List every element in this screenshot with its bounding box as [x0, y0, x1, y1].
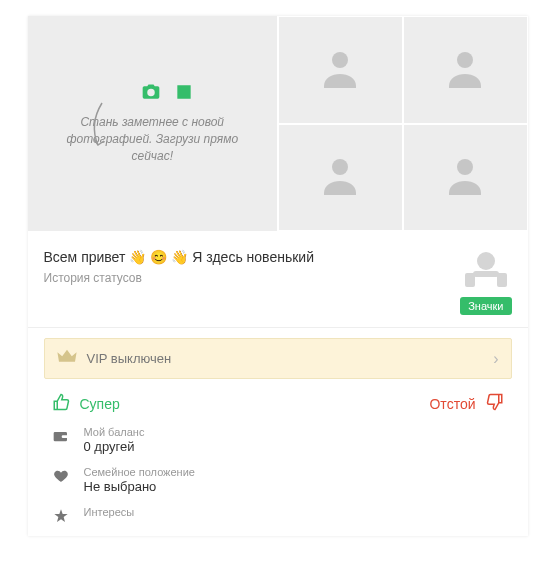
- wallet-icon: [52, 426, 70, 444]
- badge-figure-icon: [463, 249, 509, 295]
- balance-row[interactable]: Мой баланс 0 другей: [28, 420, 528, 460]
- crown-icon: [57, 349, 77, 368]
- person-icon: [441, 151, 489, 203]
- status-section: Всем привет 👋 😊 👋 Я здесь новенький Исто…: [28, 231, 528, 328]
- wave-emoji: 👋: [171, 249, 188, 265]
- arrow-decorative: [88, 101, 112, 155]
- person-icon: [316, 44, 364, 96]
- interests-row[interactable]: Интересы: [28, 500, 528, 530]
- svg-point-2: [332, 159, 348, 175]
- thumbs-up-icon: [52, 393, 70, 414]
- avatar-slot[interactable]: [278, 124, 403, 232]
- top-section: Стань заметнее с новой фотографией. Загр…: [28, 16, 528, 231]
- vip-label: VIP выключен: [87, 351, 172, 366]
- interests-label: Интересы: [84, 506, 135, 518]
- camera-icon: [140, 82, 162, 106]
- badges-widget[interactable]: Значки: [460, 249, 511, 315]
- smile-emoji: 😊: [150, 249, 167, 265]
- svg-rect-6: [465, 273, 475, 287]
- person-icon: [441, 44, 489, 96]
- svg-point-1: [457, 52, 473, 68]
- upload-hint-text: Стань заметнее с новой фотографией. Загр…: [28, 114, 278, 164]
- marital-value: Не выбрано: [84, 479, 195, 494]
- star-icon: [52, 506, 70, 524]
- avatar-slot[interactable]: [278, 16, 403, 124]
- thumbs-down-icon: [486, 393, 504, 414]
- vip-row[interactable]: VIP выключен ›: [44, 338, 512, 379]
- svg-point-3: [457, 159, 473, 175]
- badges-label: Значки: [460, 297, 511, 315]
- rate-super-button[interactable]: Супер: [52, 393, 120, 414]
- balance-label: Мой баланс: [84, 426, 145, 438]
- person-icon: [316, 151, 364, 203]
- avatar-slot[interactable]: [403, 124, 528, 232]
- rate-bad-button[interactable]: Отстой: [429, 393, 503, 414]
- svg-point-4: [477, 252, 495, 270]
- avatar-grid: [278, 16, 528, 231]
- upload-photo-tile[interactable]: Стань заметнее с новой фотографией. Загр…: [28, 16, 279, 231]
- status-text[interactable]: Всем привет 👋 😊 👋 Я здесь новенький: [44, 249, 461, 265]
- balance-value: 0 другей: [84, 439, 145, 454]
- heart-icon: [52, 466, 70, 484]
- svg-rect-7: [497, 273, 507, 287]
- svg-point-0: [332, 52, 348, 68]
- marital-row[interactable]: Семейное положение Не выбрано: [28, 460, 528, 500]
- chevron-right-icon: ›: [493, 350, 498, 368]
- status-history-link[interactable]: История статусов: [44, 271, 461, 285]
- image-icon: [174, 82, 194, 106]
- avatar-slot[interactable]: [403, 16, 528, 124]
- svg-rect-5: [473, 271, 499, 277]
- wave-emoji: 👋: [129, 249, 146, 265]
- marital-label: Семейное положение: [84, 466, 195, 478]
- rating-row: Супер Отстой: [28, 385, 528, 420]
- upload-icons: [140, 82, 194, 106]
